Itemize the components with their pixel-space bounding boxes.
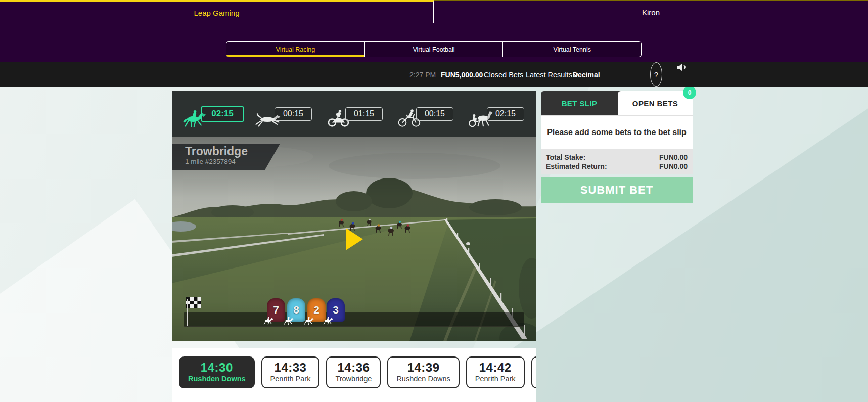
horse-jockey-icon <box>322 316 334 325</box>
total-stake-value: FUN0.00 <box>659 153 688 162</box>
timer-cycling[interactable]: 00:15 <box>389 100 460 127</box>
bet-slip-panel: BET SLIP OPEN BETS 0 Please add some bet… <box>541 91 693 203</box>
race-button-14-45[interactable]: 14:45 Trowbridge <box>531 356 536 388</box>
race-button-14-39[interactable]: 14:39 Rushden Downs <box>387 356 459 388</box>
help-icon[interactable]: ? <box>650 62 662 87</box>
odds-format-value: Decimal <box>573 62 600 87</box>
total-stake-label: Total Stake: <box>546 153 585 162</box>
upcoming-races-strip: 14:30 Rushden Downs 14:33 Penrith Park 1… <box>172 348 536 402</box>
finish-flag-icon <box>186 297 201 310</box>
tab-open-bets[interactable]: OPEN BETS <box>618 91 693 115</box>
race-track: Penrith Park <box>270 374 311 384</box>
race-track: Penrith Park <box>475 374 516 384</box>
timer-greyhounds[interactable]: 00:15 <box>248 100 318 127</box>
race-track: Rushden Downs <box>188 374 246 384</box>
estimated-return-value: FUN0.00 <box>659 162 688 171</box>
runner-number: 8 <box>293 304 299 316</box>
bet-slip-tabs: BET SLIP OPEN BETS 0 <box>541 91 693 115</box>
countdown: 02:15 <box>201 106 244 122</box>
bet-slip-empty-message: Please add some bets to the bet slip <box>541 115 693 149</box>
video-player[interactable]: Trowbridge 1 mile #2357894 7 <box>172 137 536 341</box>
countdown: 00:15 <box>275 107 312 121</box>
tab-label: Virtual Racing <box>276 46 315 53</box>
race-track: Rushden Downs <box>396 374 450 384</box>
runner-number: 3 <box>333 304 339 316</box>
tab-label: OPEN BETS <box>632 99 678 108</box>
race-info: 1 mile #2357894 <box>185 158 280 165</box>
app-header: Leap Gaming Kiron Virtual Racing Virtual… <box>0 0 868 62</box>
player-column: 02:15 00:15 01:15 <box>172 91 536 402</box>
latest-results-button[interactable]: Latest Results <box>526 62 572 87</box>
race-time: 14:36 <box>335 361 372 374</box>
race-title-banner: Trowbridge 1 mile #2357894 <box>172 144 280 170</box>
provider-bar: Leap Gaming Kiron <box>0 0 868 23</box>
timer-speedway[interactable]: 01:15 <box>318 100 389 127</box>
race-button-14-36[interactable]: 14:36 Trowbridge <box>326 356 381 388</box>
tab-virtual-racing[interactable]: Virtual Racing <box>226 42 364 57</box>
timer-horse-racing[interactable]: 02:15 <box>177 100 248 127</box>
countdown: 01:15 <box>345 107 383 121</box>
countdown: 00:15 <box>416 107 453 121</box>
bet-slip-totals: Total Stake: FUN0.00 Estimated Return: F… <box>541 149 693 174</box>
race-time: 14:42 <box>475 361 516 374</box>
provider-label: Kiron <box>642 8 660 17</box>
runner-number: 2 <box>313 304 319 316</box>
provider-label: Leap Gaming <box>194 9 239 17</box>
horse-jockey-icon <box>262 316 274 325</box>
countdown: 02:15 <box>487 107 524 121</box>
sport-tabs: Virtual Racing Virtual Football Virtual … <box>226 41 642 57</box>
tab-label: BET SLIP <box>562 99 598 108</box>
race-button-14-30[interactable]: 14:30 Rushden Downs <box>179 356 255 388</box>
open-bets-count-badge: 0 <box>683 86 696 99</box>
closed-bets-button[interactable]: Closed Bets <box>484 62 523 87</box>
timer-harness-racing[interactable]: 02:15 <box>460 100 531 127</box>
race-button-14-33[interactable]: 14:33 Penrith Park <box>261 356 320 388</box>
tab-virtual-football[interactable]: Virtual Football <box>364 42 503 57</box>
provider-tab-kiron[interactable]: Kiron <box>434 0 868 23</box>
race-progress-strip <box>184 312 524 327</box>
balance: FUN5,000.00 <box>441 62 483 87</box>
submit-bet-button[interactable]: SUBMIT BET <box>541 177 693 203</box>
tab-virtual-tennis[interactable]: Virtual Tennis <box>502 42 641 57</box>
runner-silk-3: 3 <box>327 298 345 322</box>
tab-label: Virtual Football <box>413 46 454 53</box>
sound-icon[interactable] <box>676 62 687 72</box>
track-name: Trowbridge <box>185 145 280 158</box>
estimated-return-label: Estimated Return: <box>546 162 607 171</box>
toolbar: 2:27 PM FUN5,000.00 Closed Bets Latest R… <box>0 62 868 87</box>
sport-timer-bar: 02:15 00:15 01:15 <box>172 91 536 137</box>
play-button[interactable] <box>346 228 363 250</box>
clock: 2:27 PM <box>409 62 436 87</box>
race-time: 14:39 <box>396 361 450 374</box>
race-track: Trowbridge <box>335 374 372 384</box>
runner-number: 7 <box>273 304 279 316</box>
odds-format-dropdown[interactable]: Decimal <box>573 62 578 87</box>
tab-bet-slip[interactable]: BET SLIP <box>541 91 618 115</box>
race-button-14-42[interactable]: 14:42 Penrith Park <box>466 356 525 388</box>
tab-label: Virtual Tennis <box>553 46 591 53</box>
race-time: 14:33 <box>270 361 311 374</box>
horse-jockey-icon <box>282 316 294 325</box>
race-time: 14:30 <box>188 361 246 374</box>
horse-jockey-icon <box>302 316 314 325</box>
provider-tab-leap-gaming[interactable]: Leap Gaming <box>0 0 434 23</box>
